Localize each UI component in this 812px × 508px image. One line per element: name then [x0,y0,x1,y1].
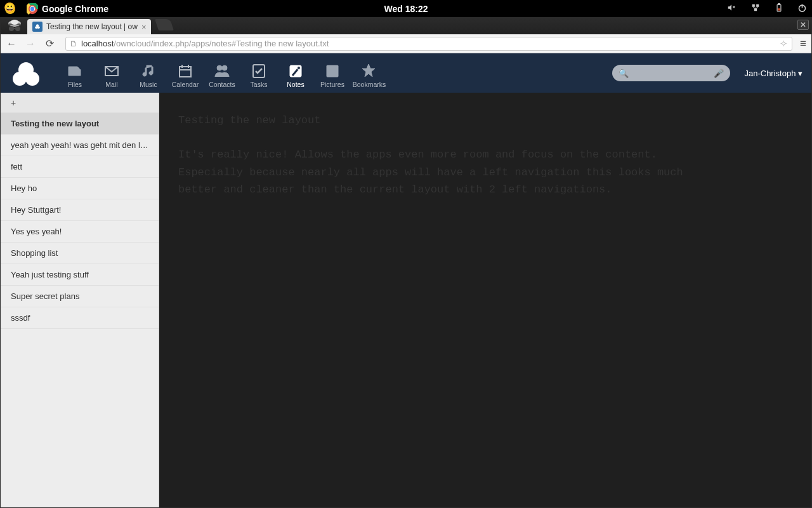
search-icon: 🔍 [619,69,629,78]
svg-point-18 [9,26,14,31]
desktop-top-panel: Google Chrome Wed 18:22 [0,0,812,17]
note-list-item[interactable]: sssdf [1,307,159,329]
svg-point-17 [11,20,18,25]
nav-label: Mail [105,81,117,88]
smiley-icon[interactable] [5,4,15,14]
note-list-item[interactable]: Testing the new layout [1,113,159,135]
note-content-area: Testing the new layout It's really nice!… [159,93,811,507]
address-bar[interactable]: 🗋 localhost/owncloud/index.php/apps/note… [65,37,792,51]
favicon-icon [32,22,43,32]
owncloud-body: + Testing the new layoutyeah yeah yeah! … [1,93,811,507]
new-tab-button[interactable] [155,19,174,30]
tab-close-button[interactable]: × [141,22,147,32]
url-host: localhost [81,39,114,48]
active-app-title[interactable]: Google Chrome [42,4,108,14]
note-list-item[interactable]: Hey ho [1,178,159,199]
owncloud-logo-icon[interactable] [10,60,44,86]
nav-label: Tasks [251,81,268,88]
page-icon: 🗋 [70,39,77,48]
notes-icon [287,62,304,81]
nav-label: Contacts [209,81,235,88]
owncloud-nav: FilesMailMusicCalendarContactsTasksNotes… [56,58,388,88]
add-note-button[interactable]: + [1,93,159,113]
forward-button[interactable]: → [25,38,36,50]
chrome-menu-button[interactable]: ≡ [800,37,806,50]
tasks-icon [250,62,268,81]
volume-icon[interactable] [726,3,737,14]
nav-label: Music [140,81,157,88]
svg-point-23 [36,24,39,27]
mail-icon [103,62,121,81]
nav-label: Pictures [320,81,344,88]
battery-icon[interactable] [775,3,783,15]
incognito-icon [6,18,23,32]
owncloud-header: FilesMailMusicCalendarContactsTasksNotes… [1,53,811,93]
svg-point-31 [298,67,301,70]
search-input[interactable]: 🔍 🎤 [612,65,730,81]
nav-label: Calendar [172,81,199,88]
power-icon[interactable] [797,3,807,15]
desktop-clock[interactable]: Wed 18:22 [384,4,428,14]
calendar-icon [176,62,194,81]
browser-toolbar: ← → ⟳ 🗋 localhost/owncloud/index.php/app… [1,34,811,53]
svg-point-27 [217,65,222,70]
svg-rect-9 [754,8,757,11]
note-list-item[interactable]: Hey Stuttgart! [1,199,159,221]
chrome-icon [27,3,38,15]
note-list-item[interactable]: Yeah just testing stuff [1,264,159,286]
note-editor[interactable]: Testing the new layout It's really nice!… [178,112,698,198]
nav-item-bookmarks[interactable]: Bookmarks [351,58,388,88]
svg-point-28 [222,65,227,70]
note-list-item[interactable]: Super secret plans [1,286,159,307]
svg-rect-7 [752,4,755,7]
nav-label: Notes [287,81,304,88]
url-path: /owncloud/index.php/apps/notes#Testing t… [114,39,329,48]
note-list-item[interactable]: yeah yeah yeah! was geht mit den l… [1,135,159,156]
owncloud-app: FilesMailMusicCalendarContactsTasksNotes… [1,53,811,507]
nav-item-calendar[interactable]: Calendar [167,58,204,88]
svg-rect-8 [756,4,759,7]
nav-item-tasks[interactable]: Tasks [240,58,277,88]
music-icon [140,62,157,81]
nav-item-notes[interactable]: Notes [277,58,314,88]
note-list-item[interactable]: Yes yes yeah! [1,221,159,243]
notes-sidebar: + Testing the new layoutyeah yeah yeah! … [1,93,159,507]
nav-label: Bookmarks [353,81,386,88]
svg-rect-12 [778,8,780,11]
bookmark-star-icon[interactable]: ✧ [780,38,788,50]
nav-item-pictures[interactable]: Pictures [314,58,351,88]
note-list-item[interactable]: fett [1,156,159,178]
files-icon [66,62,84,81]
svg-rect-32 [327,65,338,77]
nav-item-contacts[interactable]: Contacts [204,58,240,88]
system-tray [726,3,807,15]
note-list-item[interactable]: Shopping list [1,243,159,264]
user-menu[interactable]: Jan-Christoph ▾ [744,69,802,78]
browser-tab[interactable]: Testing the new layout | ow × [27,19,151,34]
nav-item-mail[interactable]: Mail [93,58,130,88]
svg-rect-20 [13,28,16,29]
pictures-icon [324,62,341,81]
svg-point-26 [18,62,34,77]
window-close-button[interactable]: ✕ [797,20,809,30]
tab-strip: Testing the new layout | ow × ✕ [1,17,811,34]
nav-item-music[interactable]: Music [130,58,167,88]
nav-label: Files [68,81,82,88]
tab-title: Testing the new layout | ow [46,22,138,31]
back-button[interactable]: ← [6,38,17,50]
reload-button[interactable]: ⟳ [44,37,55,50]
svg-point-19 [15,26,20,31]
browser-window: Testing the new layout | ow × ✕ ← → ⟳ 🗋 … [0,17,812,508]
svg-rect-11 [778,4,780,5]
contacts-icon [213,62,231,81]
nav-item-files[interactable]: Files [56,58,93,88]
mic-icon[interactable]: 🎤 [714,69,724,78]
network-icon[interactable] [750,3,761,14]
bookmarks-icon [360,62,378,81]
